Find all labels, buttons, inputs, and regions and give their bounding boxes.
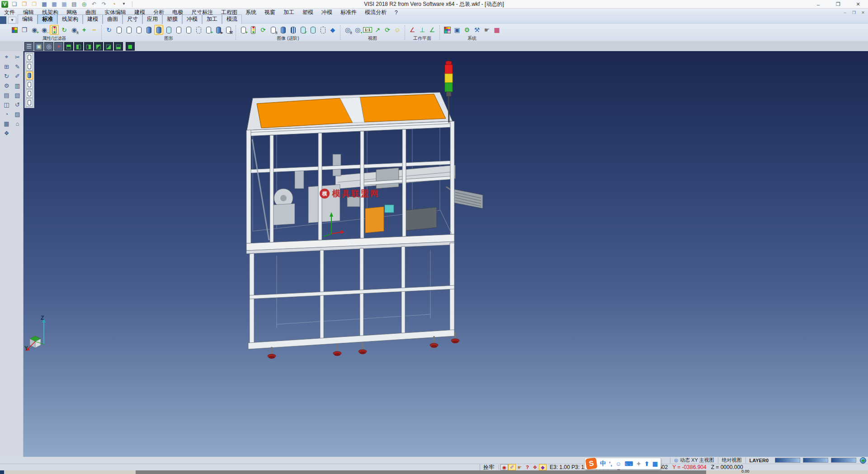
filter-traffic-light-icon[interactable]	[50, 25, 59, 35]
layer-add-icon[interactable]: +	[204, 25, 213, 35]
grid-settings-icon[interactable]: ▦	[492, 25, 501, 35]
hide-entities-icon[interactable]: ◉−	[40, 25, 49, 35]
layer-indicator[interactable]: LAYER0	[745, 457, 772, 463]
snap-hand-icon[interactable]: ☛	[516, 464, 524, 470]
layer-active-icon[interactable]	[154, 25, 163, 35]
layer-strip-button-2[interactable]	[26, 62, 33, 71]
ime-voice-icon[interactable]: ✦	[636, 460, 641, 467]
open-recent-icon[interactable]: ❒	[31, 1, 38, 7]
pattern-panel-icon[interactable]: ▨	[13, 109, 22, 118]
ime-language-toggle[interactable]: 中	[600, 460, 606, 468]
layer-blue-icon[interactable]	[144, 25, 153, 35]
menu-standard-parts[interactable]: 标准件	[336, 8, 361, 17]
system-tools-icon[interactable]: ⚙	[462, 25, 472, 35]
save-as-icon[interactable]: ▦	[51, 1, 58, 7]
view-iso-shaded-icon[interactable]: ◼	[126, 42, 135, 51]
solid-cube-icon[interactable]: ◆	[539, 464, 547, 470]
globe-icon[interactable]	[860, 457, 866, 464]
menu-flow-analysis[interactable]: 模流分析	[361, 8, 391, 17]
tab-application[interactable]: 应用	[142, 14, 162, 24]
snap-settings-icon[interactable]: ☛	[482, 25, 491, 35]
view-right-icon[interactable]: ◨	[84, 42, 93, 51]
traffic-advanced-icon[interactable]	[249, 25, 258, 35]
menu-machining[interactable]: 加工	[279, 8, 298, 17]
view-top-icon[interactable]: ⬒	[64, 42, 73, 51]
zoom-in-out-icon[interactable]: ◎±	[343, 25, 352, 35]
layer-strip-button-active[interactable]	[26, 71, 33, 80]
layer-striped-icon[interactable]	[288, 25, 297, 35]
layer-solid-icon[interactable]	[278, 25, 288, 35]
undo-history-icon[interactable]: ↺	[13, 100, 22, 109]
toggle-advanced-icon[interactable]: ±	[269, 25, 278, 35]
toggle-visibility-icon[interactable]: ◉±	[70, 25, 79, 35]
grid-snap-icon[interactable]: ⊞	[2, 62, 11, 71]
layer-strip-button-4[interactable]	[26, 81, 33, 89]
show-entities-icon[interactable]: ◉+	[30, 25, 39, 35]
ime-skin-icon[interactable]: ⬆	[644, 460, 649, 467]
ime-emoji-icon[interactable]: ☺	[615, 460, 621, 467]
zoom-one-to-one-icon[interactable]: 1:1	[363, 25, 372, 35]
select-target-icon[interactable]: ⌖	[2, 52, 11, 62]
color-grid-icon[interactable]: ▦	[2, 119, 11, 128]
layer-cyan-icon[interactable]	[164, 25, 173, 35]
show-advanced-icon[interactable]: +	[239, 25, 248, 35]
tab-dropdown-button[interactable]: ▼	[8, 17, 16, 24]
menu-system[interactable]: 系统	[241, 8, 260, 17]
view-front-icon[interactable]: ◧	[74, 42, 83, 51]
table-settings-icon[interactable]: ⚒	[472, 25, 481, 35]
menu-window[interactable]: 视窗	[260, 8, 279, 17]
print-icon[interactable]: ▤	[71, 1, 78, 7]
tab-dimension[interactable]: 尺寸	[123, 14, 142, 24]
edit-pen-icon[interactable]: ✐	[13, 71, 22, 81]
perspective-face-icon[interactable]: ☺	[393, 25, 402, 35]
record-icon[interactable]: ◉	[500, 464, 508, 470]
settings-gear-icon[interactable]: ⚙	[2, 81, 11, 90]
bounding-box-icon[interactable]: ❖	[531, 464, 539, 470]
list-panel-icon[interactable]: ▤	[2, 90, 11, 100]
refresh-advanced-icon[interactable]: ⟳	[259, 25, 268, 35]
clock-tool-icon[interactable]: ◔	[2, 109, 11, 118]
sketch-pencil-icon[interactable]: ✎	[13, 62, 22, 71]
shaded-view-icon[interactable]: ◆	[328, 25, 337, 35]
menu-mold[interactable]: 塑模	[298, 8, 317, 17]
hatch-panel-icon[interactable]: ▧	[13, 90, 22, 100]
rotate-tool-icon[interactable]: ↻	[2, 71, 11, 81]
mdi-restore-button[interactable]: ❐	[851, 10, 857, 15]
notebook-icon[interactable]: ▥	[13, 81, 22, 90]
absolute-view-indicator[interactable]: 绝对视图	[718, 457, 745, 463]
lock-toggle[interactable]: 拴牢	[480, 464, 497, 471]
view-iso-nw-icon[interactable]: ◪	[104, 42, 113, 51]
view-mode-indicator[interactable]: ◎ 动态 XY 主视图	[670, 457, 717, 463]
ime-keyboard-icon[interactable]: ⌨	[625, 460, 633, 467]
tab-modeling[interactable]: 建模	[83, 14, 103, 24]
pan-arrow-icon[interactable]: ↗	[373, 25, 382, 35]
layer-check-icon[interactable]: ✓	[298, 25, 307, 35]
mdi-minimize-button[interactable]: –	[842, 10, 848, 15]
visi-logo-icon[interactable]: V	[1, 1, 8, 8]
horizontal-scrollbar[interactable]	[136, 470, 706, 474]
mdi-close-button[interactable]: ✕	[860, 10, 866, 15]
workplane-move-icon[interactable]: ∠	[428, 25, 437, 35]
layer-move-icon[interactable]: ▸	[214, 25, 223, 35]
rotate-view-icon[interactable]: ⟳	[383, 25, 392, 35]
history-icon[interactable]: ◔	[110, 1, 118, 7]
display-settings-icon[interactable]: ▣	[453, 25, 462, 35]
maximize-button[interactable]: ❐	[828, 0, 848, 9]
preview-icon[interactable]: ◎	[80, 1, 88, 7]
fit-view-icon[interactable]: ▣	[34, 42, 43, 51]
tab-wireframe[interactable]: 线架构	[57, 14, 83, 24]
copy-attributes-icon[interactable]: ❐	[20, 25, 29, 35]
layer-wire-icon[interactable]	[194, 25, 203, 35]
zoom-view-icon[interactable]: ◎	[44, 42, 53, 51]
axes-view-icon[interactable]: ⌖	[54, 42, 63, 51]
favorites-icon[interactable]: ❖	[2, 128, 11, 137]
menu-help[interactable]: ?	[391, 9, 402, 16]
close-button[interactable]: ✕	[848, 0, 868, 9]
layer-settings-icon[interactable]: ⚒	[224, 25, 233, 35]
view-bottom-icon[interactable]: ⬓	[114, 42, 123, 51]
save-all-icon[interactable]: ▦	[61, 1, 68, 7]
view-iso-ne-icon[interactable]: ◩	[94, 42, 103, 51]
color-palette-icon[interactable]	[443, 25, 452, 35]
layer-copy-cyan-icon[interactable]	[308, 25, 317, 35]
layer-white-icon-2[interactable]	[184, 25, 193, 35]
